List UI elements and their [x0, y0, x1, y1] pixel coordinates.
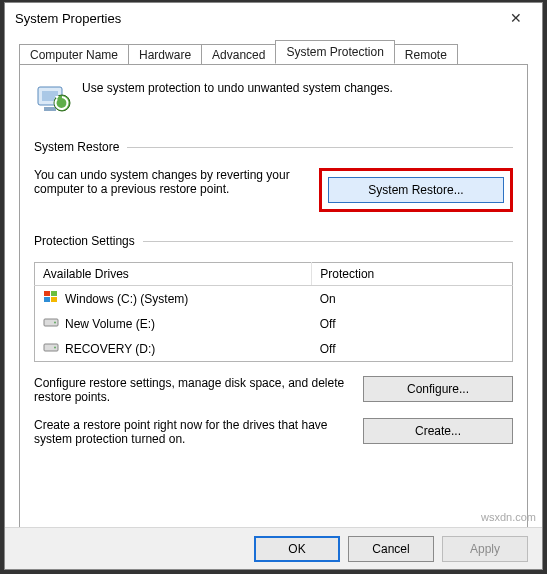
table-row[interactable]: Windows (C:) (System) On [35, 286, 513, 312]
group-system-restore: System Restore [34, 140, 513, 154]
svg-rect-7 [51, 297, 57, 302]
tab-hardware[interactable]: Hardware [128, 44, 202, 65]
tab-strip: Computer Name Hardware Advanced System P… [19, 41, 528, 64]
col-protection[interactable]: Protection [312, 263, 513, 286]
svg-rect-4 [44, 291, 50, 296]
apply-button[interactable]: Apply [442, 536, 528, 562]
svg-point-9 [54, 322, 56, 324]
tab-remote[interactable]: Remote [394, 44, 458, 65]
drives-table[interactable]: Available Drives Protection [34, 262, 513, 362]
svg-point-11 [54, 347, 56, 349]
window-title: System Properties [15, 11, 121, 26]
col-drives[interactable]: Available Drives [35, 263, 312, 286]
drive-name: Windows (C:) (System) [65, 292, 188, 306]
close-icon: ✕ [510, 10, 522, 26]
system-protection-icon [34, 79, 72, 120]
table-row[interactable]: New Volume (E:) Off [35, 311, 513, 336]
drive-status: On [312, 286, 513, 312]
system-properties-window: System Properties ✕ Computer Name Hardwa… [4, 2, 543, 570]
tab-advanced[interactable]: Advanced [201, 44, 276, 65]
restore-description: You can undo system changes by reverting… [34, 168, 307, 196]
create-button[interactable]: Create... [363, 418, 513, 444]
system-restore-button[interactable]: System Restore... [328, 177, 504, 203]
svg-rect-5 [51, 291, 57, 296]
group-title: System Restore [34, 140, 119, 154]
cancel-button[interactable]: Cancel [348, 536, 434, 562]
svg-rect-6 [44, 297, 50, 302]
drive-name: RECOVERY (D:) [65, 342, 155, 356]
configure-description: Configure restore settings, manage disk … [34, 376, 351, 404]
intro-text: Use system protection to undo unwanted s… [82, 79, 513, 95]
group-protection-settings: Protection Settings [34, 234, 513, 248]
watermark: wsxdn.com [481, 511, 536, 523]
drive-status: Off [312, 336, 513, 362]
group-title: Protection Settings [34, 234, 135, 248]
table-row[interactable]: RECOVERY (D:) Off [35, 336, 513, 362]
windows-drive-icon [43, 289, 59, 308]
svg-rect-2 [44, 107, 56, 111]
dialog-footer: OK Cancel Apply [5, 527, 542, 569]
intro-row: Use system protection to undo unwanted s… [34, 79, 513, 120]
hdd-icon [43, 339, 59, 358]
ok-button[interactable]: OK [254, 536, 340, 562]
hdd-icon [43, 314, 59, 333]
configure-button[interactable]: Configure... [363, 376, 513, 402]
tab-panel-system-protection: Use system protection to undo unwanted s… [19, 64, 528, 536]
titlebar[interactable]: System Properties ✕ [5, 3, 542, 33]
drive-name: New Volume (E:) [65, 317, 155, 331]
tab-system-protection[interactable]: System Protection [275, 40, 394, 64]
create-description: Create a restore point right now for the… [34, 418, 351, 446]
highlight-box: System Restore... [319, 168, 513, 212]
tab-computer-name[interactable]: Computer Name [19, 44, 129, 65]
close-button[interactable]: ✕ [496, 4, 536, 32]
drive-status: Off [312, 311, 513, 336]
